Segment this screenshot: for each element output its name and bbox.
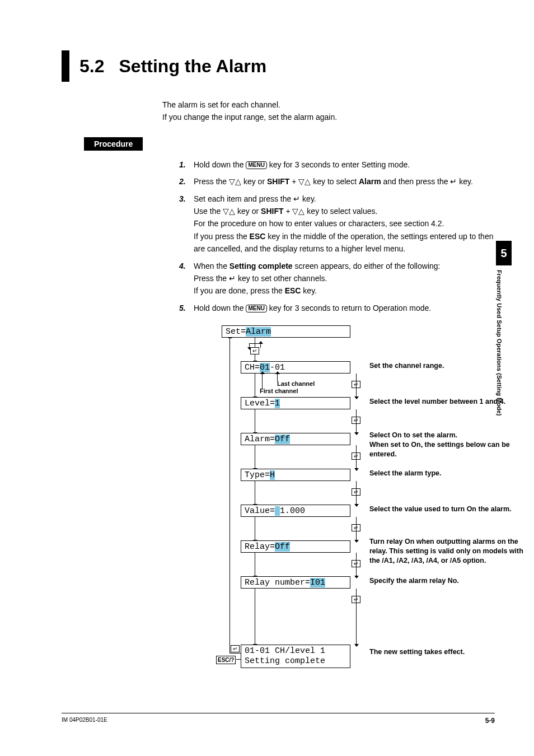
flow-line — [255, 409, 255, 433]
flow-line — [255, 589, 255, 645]
side-tab-text: Frequently Used Setup Operations (Settin… — [496, 265, 503, 467]
step-text: key. — [457, 177, 473, 186]
step-4: 4. When the Setting complete screen appe… — [179, 260, 495, 297]
flow-line — [249, 343, 250, 348]
step-number: 4. — [179, 260, 194, 297]
enter-key-icon: ↵ — [293, 194, 300, 203]
page-footer: IM 04P02B01-01E 5-9 — [62, 713, 495, 725]
lcd-text: Relay number= — [245, 578, 310, 587]
annotation-complete: The new setting takes effect. — [369, 647, 532, 657]
first-channel-label: First channel — [260, 388, 298, 394]
flow-line — [356, 445, 357, 469]
step-number: 5. — [179, 302, 194, 314]
steps-list: 1. Hold down the MENU key for 3 seconds … — [179, 158, 495, 314]
flow-line — [229, 338, 230, 653]
flow-line — [255, 481, 255, 505]
lcd-highlight: Off — [275, 435, 290, 444]
step-5: 5. Hold down the MENU key for 3 seconds … — [179, 302, 495, 314]
flow-line — [356, 481, 357, 505]
enter-icon: ↵ — [231, 645, 240, 652]
step-text: key. — [301, 286, 317, 295]
annotation-relay-number: Specify the alarm relay No. — [369, 576, 532, 586]
step-text: + ▽△ key to select — [289, 177, 359, 186]
step-text: Set each item and press the — [194, 194, 293, 203]
lcd-relay: Relay=Off — [241, 540, 350, 553]
setting-complete-label: Setting complete — [229, 262, 293, 270]
annotation-type: Select the alarm type. — [369, 469, 532, 478]
shift-label: SHIFT — [261, 207, 283, 216]
step-text: Press the ▽△ key or — [194, 177, 267, 186]
intro-text: The alarm is set for each channel. If yo… — [162, 99, 495, 124]
flow-line — [262, 378, 263, 389]
flow-line — [229, 653, 241, 654]
flow-line — [255, 517, 255, 540]
lcd-ch: CH=01-01 — [241, 361, 350, 374]
step-text: Hold down the — [194, 304, 246, 312]
flow-line — [356, 589, 357, 645]
menu-key-icon: MENU — [246, 161, 266, 169]
lcd-text: Relay= — [245, 542, 275, 552]
lcd-text: Level= — [245, 399, 275, 408]
step-text: If you press the — [194, 232, 250, 241]
step-text: key for 3 seconds to enter Setting mode. — [267, 160, 410, 169]
step-text: Press the — [194, 274, 229, 283]
shift-label: SHIFT — [267, 177, 289, 186]
lcd-highlight — [275, 506, 280, 516]
enter-key-icon: ↵ — [229, 274, 236, 283]
step-text: Hold down the — [194, 160, 246, 169]
step-text: key to set other channels. — [236, 274, 327, 283]
flow-line — [356, 409, 357, 433]
lcd-value: Value= 1.000 — [241, 505, 350, 517]
flow-line — [236, 659, 241, 660]
annotation-relay: Turn relay On when outputting alarms on … — [369, 537, 532, 566]
alarm-label: Alarm — [359, 177, 381, 186]
step-text: If you are done, press the — [194, 286, 285, 295]
lcd-text: Set= — [226, 327, 246, 337]
step-number: 1. — [179, 158, 194, 171]
lcd-set: Set=Alarm — [222, 325, 350, 338]
procedure-label: Procedure — [84, 137, 143, 151]
esc-label: ESC — [250, 232, 266, 241]
flow-line — [255, 445, 255, 469]
enter-icon: ↵ — [250, 347, 259, 354]
lcd-text: CH= — [245, 363, 260, 372]
step-text: When the — [194, 262, 229, 270]
section-number: 5.2 — [79, 56, 104, 77]
flow-line — [356, 517, 357, 540]
flow-line — [255, 374, 255, 397]
flow-line — [255, 553, 255, 576]
lcd-complete: 01-01 CH/level 1 Setting complete — [241, 645, 350, 668]
lcd-text: Value= — [245, 506, 275, 516]
lcd-text: 1.000 — [280, 506, 305, 516]
step-text: + ▽△ key to select values. — [284, 207, 378, 216]
footer-page-number: 5-9 — [485, 717, 495, 725]
step-2: 2. Press the ▽△ key or SHIFT + ▽△ key to… — [179, 175, 495, 188]
flow-line — [260, 343, 261, 348]
last-channel-label: Last channel — [277, 380, 315, 387]
esc-label: ESC — [285, 286, 301, 295]
side-tab-number: 5 — [496, 241, 512, 265]
step-text: screen appears, do either of the followi… — [293, 262, 441, 270]
flow-diagram: Set=Alarm ↵ CH=01-01 Set the channel ran… — [162, 325, 526, 673]
step-3: 3. Set each item and press the ↵ key. Us… — [179, 193, 495, 255]
lcd-relay-number: Relay number=I01 — [241, 576, 350, 589]
step-number: 3. — [179, 193, 194, 255]
lcd-highlight: 1 — [275, 399, 280, 408]
lcd-text: Alarm= — [245, 435, 275, 444]
step-number: 2. — [179, 175, 194, 188]
annotation-value: Select the value used to turn On the ala… — [369, 505, 532, 514]
footer-doc-id: IM 04P02B01-01E — [62, 717, 107, 725]
lcd-highlight: I01 — [310, 578, 325, 587]
intro-line: The alarm is set for each channel. — [162, 99, 495, 111]
lcd-complete-line1: 01-01 CH/level 1 — [245, 646, 346, 656]
section-heading: Setting the Alarm — [119, 56, 266, 77]
step-text: Use the ▽△ key or — [194, 207, 261, 216]
flow-line — [356, 553, 357, 576]
side-tab: 5 Frequently Used Setup Operations (Sett… — [496, 241, 512, 467]
section-title: 5.2 Setting the Alarm — [62, 50, 495, 82]
step-1: 1. Hold down the MENU key for 3 seconds … — [179, 158, 495, 171]
menu-key-icon: MENU — [246, 305, 266, 312]
lcd-type: Type=H — [241, 469, 350, 481]
title-bar — [62, 50, 69, 82]
lcd-text: Type= — [245, 470, 270, 480]
